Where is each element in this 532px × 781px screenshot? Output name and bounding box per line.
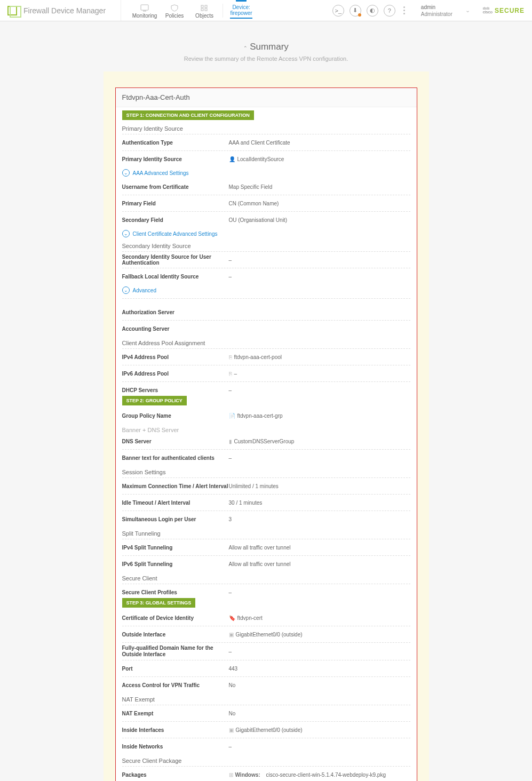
nav-device-name: firepower [230, 10, 252, 16]
auth-type-value: AAA and Client Certificate [229, 140, 290, 146]
section-session: Session Settings [122, 469, 410, 475]
auth-type-label: Authentication Type [122, 140, 229, 146]
secondary-field-label: Secondary Field [122, 217, 229, 223]
pool-icon: ⎘ [229, 371, 232, 377]
more-icon[interactable] [401, 6, 408, 14]
check-icon[interactable]: ◐ [367, 5, 378, 17]
section-secondary-identity: Secondary Identity Source [122, 243, 410, 249]
ipv6-split-value: Allow all traffic over tunnel [229, 561, 291, 567]
max-conn-time-label: Maximum Connection Time / Alert Interval [122, 483, 229, 489]
section-secure-client: Secure Client [122, 575, 410, 581]
simultaneous-login-label: Simultaneous Login per User [122, 516, 229, 522]
nav-objects[interactable]: Objects [189, 4, 219, 21]
page-body: ⌃Summary Review the summary of the Remot… [0, 21, 532, 781]
cli-icon[interactable]: >_ [332, 5, 344, 17]
nav-device[interactable]: Device:firepower [226, 0, 256, 21]
svg-rect-0 [141, 5, 148, 10]
nav-policies[interactable]: Policies [160, 4, 189, 21]
deploy-icon[interactable]: ⬇ [350, 5, 361, 17]
nav-monitoring[interactable]: Monitoring [130, 4, 160, 21]
idle-timeout-value: 30 / 1 minutes [229, 500, 263, 506]
logo-icon [7, 6, 17, 15]
secure-client-profiles-label: Secure Client Profiles [122, 589, 229, 595]
dhcp-servers-value: – [229, 387, 232, 393]
cert-device-identity-value: 🔖ftdvpn-cert [229, 615, 263, 621]
banner-text-value: – [229, 455, 232, 461]
windows-icon: ⊞ [229, 772, 233, 778]
objects-icon [200, 4, 209, 12]
step1-badge: STEP 1: CONNECTION AND CLIENT CONFIGURAT… [122, 110, 254, 120]
inside-networks-label: Inside Networks [122, 744, 229, 750]
primary-field-label: Primary Field [122, 201, 229, 206]
fqdn-value: – [229, 649, 232, 655]
main-nav: Monitoring Policies Objects Device:firep… [121, 0, 256, 21]
banner-text-label: Banner text for authenticated clients [122, 455, 229, 461]
shield-icon [170, 4, 179, 12]
nav-divider [223, 4, 223, 18]
identity-icon: 👤 [229, 156, 235, 162]
fqdn-label: Fully-qualified Domain Name for the Outs… [122, 645, 229, 658]
help-icon[interactable]: ? [384, 5, 395, 17]
fallback-local-identity-label: Fallback Local Identity Source [122, 274, 229, 280]
account-role: Administrator [421, 11, 452, 18]
chevron-down-icon: ⌄ [122, 169, 130, 177]
outside-interface-label: Outside Interface [122, 632, 229, 637]
advanced-toggle[interactable]: ⌄Advanced [122, 286, 410, 294]
group-policy-name-value: 📄ftdvpn-aaa-cert-grp [229, 413, 283, 419]
section-primary-identity: Primary Identity Source [122, 125, 410, 132]
packages-value: ⊞Windows: cisco-secure-client-win-5.1.4.… [229, 772, 386, 778]
ipv6-split-label: IPv6 Split Tunneling [122, 561, 229, 567]
caret-up-icon[interactable]: ⌃ [243, 45, 248, 51]
app-title: Firewall Device Manager [23, 6, 106, 15]
secure-text: SECURE [495, 7, 525, 14]
group-policy-name-label: Group Policy Name [122, 413, 229, 419]
access-control-value: No [229, 682, 236, 688]
interface-icon: ▣ [229, 727, 234, 733]
chevron-down-icon: ⌄ [122, 230, 130, 237]
inside-interfaces-label: Inside Interfaces [122, 727, 229, 733]
device-icon [235, 0, 247, 3]
simultaneous-login-value: 3 [229, 516, 232, 522]
ipv6-pool-value: ⎘– [229, 371, 237, 377]
ipv6-pool-label: IPv6 Address Pool [122, 371, 229, 377]
ipv4-pool-value: ⎘ftdvpn-aaa-cert-pool [229, 354, 282, 360]
inside-interfaces-value: ▣GigabitEthernet0/0 (outside) [229, 727, 303, 733]
summary-title: ⌃Summary [243, 42, 289, 52]
section-split-tunneling: Split Tunneling [122, 530, 410, 537]
cert-device-identity-label: Certificate of Device Identity [122, 615, 229, 621]
client-cert-advanced-toggle[interactable]: ⌄Client Certificate Advanced Settings [122, 230, 410, 237]
app-header: Firewall Device Manager Monitoring Polic… [0, 0, 532, 21]
username-from-cert-value: Map Specific Field [229, 184, 273, 190]
summary-container: Ftdvpn-Aaa-Cert-Auth STEP 1: CONNECTION … [104, 71, 429, 781]
primary-field-value: CN (Common Name) [229, 201, 279, 206]
chevron-down-icon: ⌄ [122, 286, 130, 294]
brand: ılıılıcisco SECURE [483, 7, 525, 14]
account-block[interactable]: admin Administrator [421, 4, 452, 18]
monitoring-icon [140, 4, 149, 12]
dns-server-value: ▮CustomDNSServerGroup [229, 439, 295, 444]
access-control-label: Access Control for VPN Traffic [122, 682, 229, 688]
ipv4-pool-label: IPv4 Address Pool [122, 354, 229, 360]
server-icon: ▮ [229, 439, 232, 444]
secondary-identity-source-ua-value: – [229, 257, 232, 263]
primary-identity-source-label: Primary Identity Source [122, 156, 229, 162]
secondary-identity-source-ua-label: Secondary Identity Source for User Authe… [122, 254, 229, 266]
inside-networks-value: – [229, 744, 232, 750]
summary-subtitle: Review the summary of the Remote Access … [184, 55, 348, 62]
section-banner-dns: Banner + DNS Server [122, 427, 410, 433]
aaa-advanced-toggle[interactable]: ⌄AAA Advanced Settings [122, 169, 410, 177]
svg-rect-4 [201, 9, 203, 11]
svg-rect-5 [205, 9, 207, 11]
nat-exempt-value: No [229, 711, 236, 716]
port-value: 443 [229, 666, 238, 672]
cert-icon: 🔖 [229, 615, 235, 621]
primary-identity-source-value: 👤LocalIdentitySource [229, 156, 284, 162]
svg-rect-3 [205, 5, 207, 7]
cisco-logo: ılıılıcisco [483, 7, 493, 14]
chevron-down-icon[interactable]: ⌄ [465, 7, 470, 14]
ipv4-split-label: IPv4 Split Tunneling [122, 545, 229, 551]
dhcp-servers-label: DHCP Servers [122, 387, 229, 393]
username-from-cert-label: Username from Certificate [122, 184, 229, 190]
accounting-server-label: Accounting Server [122, 326, 229, 332]
panel-body: STEP 1: CONNECTION AND CLIENT CONFIGURAT… [116, 107, 417, 781]
